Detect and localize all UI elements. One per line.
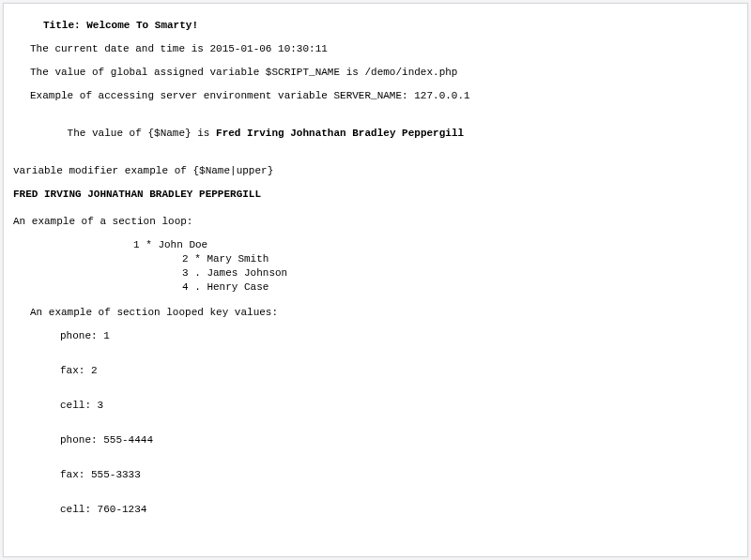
document-viewport: Title: Welcome To Smarty! The current da…	[3, 3, 748, 557]
name-line: The value of {$Name} is Fred Irving John…	[13, 113, 747, 155]
kv-pair: fax: 2	[13, 364, 747, 378]
name-upper: FRED IRVING JOHNATHAN BRADLEY PEPPERGILL	[13, 188, 747, 202]
loop-item: 3 . James Johnson	[13, 266, 747, 280]
name-line-prefix: The value of {$Name} is	[68, 128, 216, 139]
name-value: Fred Irving Johnathan Bradley Peppergill	[216, 128, 464, 139]
kv-header: An example of section looped key values:	[13, 306, 747, 320]
kv-pair: cell: 3	[13, 399, 747, 413]
page-title: Title: Welcome To Smarty!	[13, 19, 747, 33]
loop-item: 4 . Henry Case	[13, 280, 747, 295]
scriptname-line: The value of global assigned variable $S…	[13, 66, 747, 80]
section-loop-header: An example of a section loop:	[13, 215, 747, 229]
loop-item: 2 * Mary Smith	[13, 252, 747, 266]
kv-pair: fax: 555-3333	[13, 468, 747, 482]
kv-pair: phone: 1	[13, 329, 747, 343]
kv-pair: cell: 760-1234	[13, 503, 747, 517]
document-body: Title: Welcome To Smarty! The current da…	[4, 4, 747, 557]
loop-item: 1 * John Doe	[13, 238, 747, 252]
servername-line: Example of accessing server environment …	[13, 89, 747, 103]
datetime-line: The current date and time is 2015-01-06 …	[13, 42, 747, 56]
kv-pair: phone: 555-4444	[13, 433, 747, 447]
modifier-line: variable modifier example of {$Name|uppe…	[13, 164, 747, 178]
